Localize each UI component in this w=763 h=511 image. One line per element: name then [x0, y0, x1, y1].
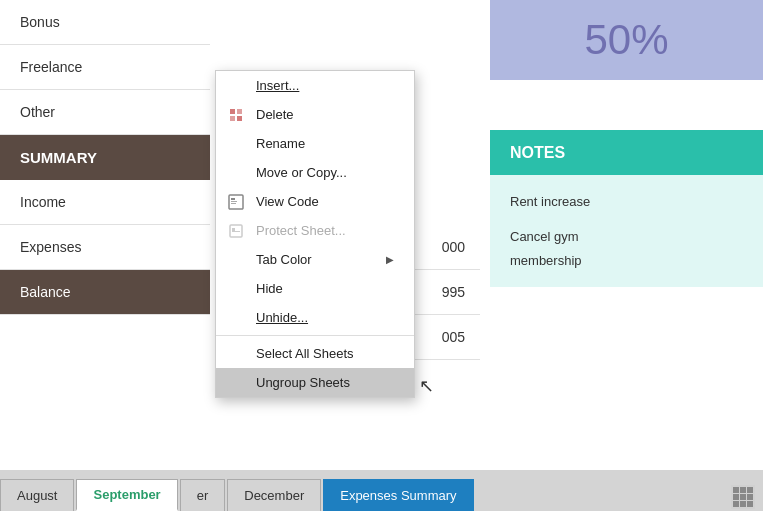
menu-protect-sheet[interactable]: Protect Sheet... — [216, 216, 414, 245]
percent-display: 50% — [490, 0, 763, 80]
row-income: Income — [0, 180, 210, 225]
tab-expenses-summary-label: Expenses Summary — [340, 488, 456, 503]
grid-cell-3 — [747, 487, 753, 493]
ungroup-sheets-label: Ungroup Sheets — [256, 375, 350, 390]
grid-cell-8 — [740, 501, 746, 507]
row-freelance: Freelance — [0, 45, 210, 90]
tab-color-arrow: ▶ — [386, 254, 394, 265]
menu-ungroup-sheets[interactable]: Ungroup Sheets ↖ — [216, 368, 414, 397]
summary-header: SUMMARY — [0, 135, 210, 180]
tab-september-label: September — [93, 487, 160, 502]
tab-august[interactable]: August — [0, 479, 74, 511]
select-all-sheets-label: Select All Sheets — [256, 346, 354, 361]
note-rent: Rent increase — [510, 190, 743, 213]
tab-er-label: er — [197, 488, 209, 503]
menu-tab-color[interactable]: Tab Color ▶ — [216, 245, 414, 274]
menu-move-copy[interactable]: Move or Copy... — [216, 158, 414, 187]
svg-rect-2 — [230, 116, 235, 121]
row-balance: Balance — [0, 270, 210, 315]
unhide-label: Unhide... — [256, 310, 308, 325]
left-panel: Bonus Freelance Other SUMMARY Income Exp… — [0, 0, 210, 470]
menu-select-all-sheets[interactable]: Select All Sheets — [216, 339, 414, 368]
svg-rect-6 — [231, 201, 237, 202]
notes-header: NOTES — [490, 130, 763, 175]
svg-rect-10 — [232, 231, 240, 232]
grid-cell-9 — [747, 501, 753, 507]
row-bonus: Bonus — [0, 0, 210, 45]
row-other: Other — [0, 90, 210, 135]
svg-rect-0 — [230, 109, 235, 114]
grid-cell-1 — [733, 487, 739, 493]
menu-insert[interactable]: Insert... — [216, 71, 414, 100]
context-menu: Insert... Delete Rename Move or Copy... — [215, 70, 415, 398]
svg-rect-7 — [231, 203, 236, 204]
grid-cell-6 — [747, 494, 753, 500]
svg-rect-5 — [231, 198, 235, 200]
cursor-icon: ↖ — [419, 375, 434, 397]
tab-expenses-summary[interactable]: Expenses Summary — [323, 479, 473, 511]
protect-sheet-icon — [226, 223, 246, 239]
view-code-icon — [226, 194, 246, 210]
grid-icon[interactable] — [731, 485, 755, 509]
right-panel: 50% NOTES Rent increase Cancel gymmember… — [490, 0, 763, 287]
tab-september[interactable]: September — [76, 479, 177, 511]
hide-label: Hide — [256, 281, 283, 296]
delete-label: Delete — [256, 107, 294, 122]
menu-delete[interactable]: Delete — [216, 100, 414, 129]
menu-hide[interactable]: Hide — [216, 274, 414, 303]
view-code-label: View Code — [256, 194, 319, 209]
tab-december-label: December — [244, 488, 304, 503]
tab-bar: August September er December Expenses Su… — [0, 470, 763, 511]
tab-august-label: August — [17, 488, 57, 503]
menu-view-code[interactable]: View Code — [216, 187, 414, 216]
insert-label: Insert... — [256, 78, 299, 93]
rename-label: Rename — [256, 136, 305, 151]
menu-rename[interactable]: Rename — [216, 129, 414, 158]
svg-rect-3 — [237, 116, 242, 121]
move-copy-label: Move or Copy... — [256, 165, 347, 180]
svg-rect-9 — [232, 228, 235, 231]
row-expenses: Expenses — [0, 225, 210, 270]
grid-cell-5 — [740, 494, 746, 500]
tab-december[interactable]: December — [227, 479, 321, 511]
note-gym: Cancel gymmembership — [510, 225, 743, 272]
menu-divider — [216, 335, 414, 336]
tab-er[interactable]: er — [180, 479, 226, 511]
protect-sheet-label: Protect Sheet... — [256, 223, 346, 238]
svg-rect-1 — [237, 109, 242, 114]
notes-body: Rent increase Cancel gymmembership — [490, 175, 763, 287]
menu-unhide[interactable]: Unhide... — [216, 303, 414, 332]
tab-color-label: Tab Color — [256, 252, 312, 267]
grid-cell-4 — [733, 494, 739, 500]
delete-icon — [226, 107, 246, 123]
grid-cell-2 — [740, 487, 746, 493]
grid-cell-7 — [733, 501, 739, 507]
